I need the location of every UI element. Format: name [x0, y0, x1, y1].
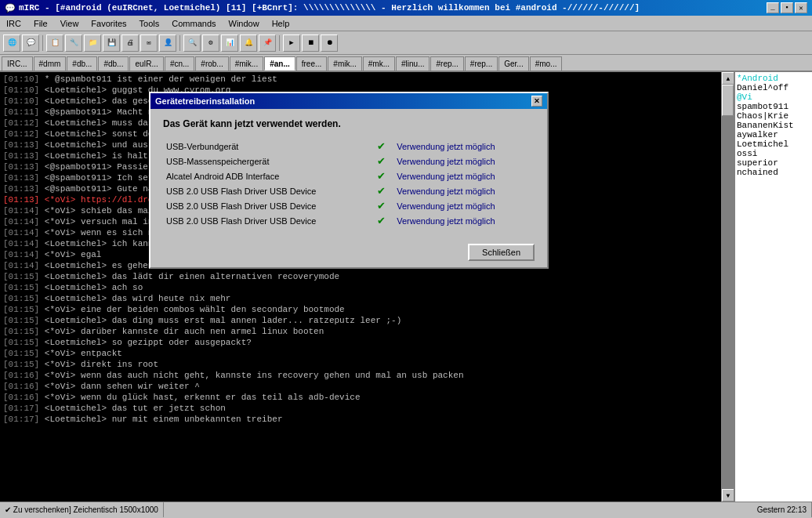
device-checkmark: ✔: [374, 154, 394, 168]
menu-view[interactable]: View: [54, 17, 85, 30]
tab-mk[interactable]: #mk...: [363, 56, 395, 71]
scroll-down-button[interactable]: ▼: [722, 489, 734, 502]
scroll-thumb[interactable]: [722, 85, 734, 116]
dialog-devices-list: USB-Verbundgerät ✔ Verwendung jetzt mögl…: [163, 139, 535, 228]
dialog-device-row: USB 2.0 USB Flash Driver USB Device ✔ Ve…: [163, 213, 535, 228]
nick-item[interactable]: BananenKist: [737, 121, 810, 130]
chat-line: [01:15] <Loetmichel> ach so: [3, 282, 718, 293]
tb-separator-1: [42, 35, 43, 51]
tb-btn-13[interactable]: 🔔: [240, 34, 257, 52]
chat-scrollbar[interactable]: ▲ ▼: [721, 72, 734, 502]
device-status: Verwendung jetzt möglich: [393, 183, 535, 198]
tab-db1[interactable]: #db...: [67, 56, 97, 71]
tab-rob[interactable]: #rob...: [195, 56, 228, 71]
dialog-close-btn[interactable]: Schließen: [468, 244, 535, 261]
tb-btn-16[interactable]: ⏹: [302, 34, 319, 52]
status-right-text: Gestern 22:13: [757, 505, 807, 514]
dialog-devices-table: USB-Verbundgerät ✔ Verwendung jetzt mögl…: [163, 139, 535, 228]
tab-free[interactable]: free...: [296, 56, 328, 71]
tb-btn-7[interactable]: 🖨: [121, 34, 139, 52]
chat-line: [01:17] <Loetmichel> nur mit einem unbek…: [3, 414, 718, 425]
device-name: USB 2.0 USB Flash Driver USB Device: [163, 213, 374, 228]
nick-item[interactable]: spambot911: [737, 102, 810, 111]
tab-mo[interactable]: #mo...: [530, 56, 563, 71]
dialog-device-row: USB-Verbundgerät ✔ Verwendung jetzt mögl…: [163, 139, 535, 154]
dialog-title-text: Gerätetreiberinstallation: [155, 96, 255, 106]
nick-item[interactable]: Loetmichel: [737, 139, 810, 149]
tb-btn-14[interactable]: 📌: [259, 34, 276, 52]
title-text: mIRC - [#android (euIRCnet, Loetmichel) …: [19, 3, 640, 13]
tb-btn-8[interactable]: ✉: [140, 34, 158, 52]
tb-btn-5[interactable]: 📁: [84, 34, 101, 52]
tb-btn-17[interactable]: ⏺: [321, 34, 338, 52]
nick-item[interactable]: ossi: [737, 149, 810, 158]
menu-commands[interactable]: Commands: [165, 17, 222, 30]
chat-line: [01:16] <*oVi> wenn das auch nicht geht,…: [3, 370, 718, 381]
menu-favorites[interactable]: Favorites: [85, 17, 132, 30]
nick-item[interactable]: @Vi: [737, 92, 810, 102]
nick-item[interactable]: aywalker: [737, 130, 810, 139]
device-checkmark: ✔: [374, 213, 394, 228]
device-name: USB 2.0 USB Flash Driver USB Device: [163, 183, 374, 198]
menu-help[interactable]: Help: [266, 17, 296, 30]
tab-db2[interactable]: #db...: [98, 56, 129, 71]
nick-item[interactable]: Daniel^off: [737, 83, 810, 92]
minimize-button[interactable]: _: [767, 2, 779, 13]
tb-btn-12[interactable]: 📊: [221, 34, 238, 52]
nick-item[interactable]: Chaos|Krie: [737, 111, 810, 121]
tab-mik2[interactable]: #mik...: [328, 56, 361, 71]
device-status: Verwendung jetzt möglich: [393, 154, 535, 168]
tab-rep1[interactable]: #rep...: [430, 56, 463, 71]
nick-item[interactable]: nchained: [737, 168, 810, 177]
chat-line: [01:15] <Loetmichel> das lädt dir einen …: [3, 271, 718, 282]
dialog-device-row: USB 2.0 USB Flash Driver USB Device ✔ Ve…: [163, 183, 535, 198]
tab-euir[interactable]: euIR...: [129, 56, 163, 71]
tab-dmm[interactable]: #dmm: [34, 56, 67, 71]
tab-android[interactable]: #an...: [264, 56, 295, 71]
device-driver-dialog[interactable]: Gerätetreiberinstallation ✕ Das Gerät ka…: [149, 92, 549, 269]
tab-cn[interactable]: #cn...: [165, 56, 194, 71]
tab-irc[interactable]: IRC...: [2, 56, 33, 71]
tab-rep2[interactable]: #rep...: [465, 56, 498, 71]
menu-file[interactable]: File: [27, 17, 54, 30]
close-button[interactable]: ✕: [795, 2, 807, 13]
device-name: USB 2.0 USB Flash Driver USB Device: [163, 198, 374, 213]
status-right: Gestern 22:13: [752, 502, 812, 517]
chat-line: [01:10] * @spambot911 ist einer der weni…: [3, 74, 718, 85]
device-status: Verwendung jetzt möglich: [393, 198, 535, 213]
tb-btn-2[interactable]: 💬: [22, 34, 39, 52]
chat-line: [01:16] <*oVi> wenn du glück hast, erken…: [3, 392, 718, 403]
chat-line: [01:15] <*oVi> entpackt: [3, 348, 718, 359]
menu-window[interactable]: Window: [223, 17, 266, 30]
scroll-up-button[interactable]: ▲: [722, 72, 734, 85]
tb-btn-3[interactable]: 📋: [46, 34, 63, 52]
nick-item[interactable]: *Android: [737, 74, 810, 83]
tb-btn-15[interactable]: ▶: [283, 34, 300, 52]
device-name: USB-Verbundgerät: [163, 139, 374, 154]
dialog-title-bar: Gerätetreiberinstallation ✕: [150, 93, 547, 109]
menu-tools[interactable]: Tools: [133, 17, 166, 30]
tb-btn-11[interactable]: ⚙: [202, 34, 219, 52]
tab-mik1[interactable]: #mik...: [230, 56, 263, 71]
tb-btn-6[interactable]: 💾: [103, 34, 120, 52]
chat-line: [01:15] <*oVi> eine der beiden combos wä…: [3, 304, 718, 315]
main-area: [01:10] * @spambot911 ist einer der weni…: [0, 72, 812, 502]
chat-line: [01:15] <Loetmichel> das ding muss erst …: [3, 315, 718, 326]
tb-btn-9[interactable]: 👤: [159, 34, 176, 52]
menu-irc[interactable]: IRC: [0, 17, 27, 30]
dialog-device-row: USB-Massenspeichergerät ✔ Verwendung jet…: [163, 154, 535, 168]
tb-btn-10[interactable]: 🔍: [183, 34, 201, 52]
dialog-headline: Das Gerät kann jetzt verwendet werden.: [163, 118, 535, 129]
dialog-device-row: USB 2.0 USB Flash Driver USB Device ✔ Ve…: [163, 198, 535, 213]
restore-button[interactable]: ▪: [781, 2, 793, 13]
dialog-close-button[interactable]: ✕: [531, 96, 542, 107]
tb-btn-4[interactable]: 🔧: [65, 34, 82, 52]
nick-list: *Android Daniel^off @Vi spambot911 Chaos…: [734, 72, 812, 502]
tb-btn-1[interactable]: 🌐: [3, 34, 20, 52]
app-icon: 💬: [5, 3, 16, 13]
tab-ger[interactable]: Ger...: [498, 56, 528, 71]
nick-item[interactable]: superior: [737, 158, 810, 168]
tab-linu[interactable]: #linu...: [396, 56, 430, 71]
chat-line: [01:16] <*oVi> dann sehen wir weiter ^: [3, 381, 718, 392]
device-name: Alcatel Android ADB Interface: [163, 168, 374, 183]
